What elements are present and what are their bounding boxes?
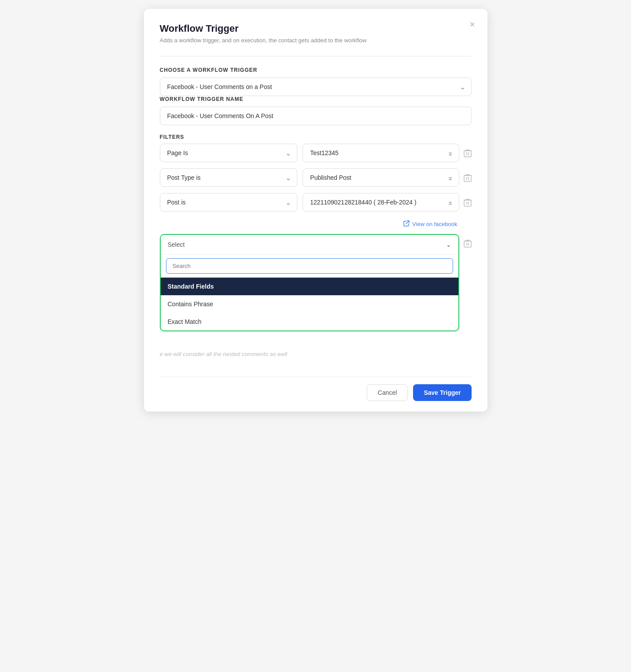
- cancel-button[interactable]: Cancel: [367, 384, 408, 401]
- view-on-facebook-container: View on facebook: [160, 218, 458, 228]
- modal-subtitle: Adds a workflow trigger, and on executio…: [160, 37, 472, 44]
- filter-post-type-value-wrapper: Published Post ⌅: [303, 168, 459, 187]
- filter-post-is-delete-button[interactable]: [464, 193, 472, 209]
- filter-post-is-value-select[interactable]: 122110902128218440 ( 28-Feb-2024 ): [303, 193, 459, 212]
- filter-post-is-select[interactable]: Post is: [160, 193, 298, 212]
- dropdown-option-standard-fields[interactable]: Standard Fields: [161, 278, 458, 295]
- view-on-facebook-link[interactable]: View on facebook: [403, 220, 457, 228]
- svg-rect-0: [464, 151, 471, 157]
- svg-rect-3: [464, 241, 471, 247]
- trigger-name-label: WORKFLOW TRIGGER NAME: [160, 96, 472, 102]
- select-dropdown-search-container: [161, 255, 458, 278]
- filter-page-left: Page Is ⌄: [160, 144, 298, 162]
- svg-rect-1: [464, 175, 471, 182]
- filter-row-select: Select ⌄ Standard Fields Contains Phrase…: [160, 234, 472, 338]
- filters-label: FILTERS: [160, 134, 472, 140]
- filter-row-post-type: Post Type is ⌄ Published Post ⌅: [160, 168, 472, 187]
- trigger-type-select[interactable]: Facebook - User Comments on a Post: [160, 78, 472, 96]
- trash-icon: [464, 239, 472, 248]
- dropdown-option-contains-phrase[interactable]: Contains Phrase: [161, 295, 458, 313]
- filter-post-is-left: Post is ⌄: [160, 193, 298, 212]
- trigger-type-select-wrapper: Facebook - User Comments on a Post ⌄: [160, 78, 472, 96]
- select-dropdown-header[interactable]: Select ⌄: [161, 235, 458, 255]
- filter-post-type-select[interactable]: Post Type is: [160, 168, 298, 187]
- select-dropdown-chevron-icon: ⌄: [446, 241, 451, 248]
- external-link-icon: [403, 220, 410, 228]
- filter-page-delete-button[interactable]: [464, 144, 472, 160]
- modal-title: Workflow Trigger: [160, 23, 472, 34]
- filter-select-delete-button[interactable]: [464, 234, 472, 250]
- nested-comments-note: e we will consider all the nested commen…: [160, 345, 472, 359]
- svg-rect-2: [464, 200, 471, 206]
- filter-post-type-left: Post Type is ⌄: [160, 168, 298, 187]
- filter-post-type-delete-button[interactable]: [464, 168, 472, 184]
- trigger-name-input[interactable]: [160, 107, 472, 125]
- select-placeholder: Select: [168, 241, 185, 248]
- view-on-facebook-label: View on facebook: [412, 221, 457, 227]
- filter-post-type-value-select[interactable]: Published Post: [303, 168, 459, 187]
- trash-icon: [464, 198, 472, 207]
- close-button[interactable]: ×: [470, 19, 475, 30]
- trash-icon: [464, 174, 472, 182]
- select-dropdown-section: Select ⌄ Standard Fields Contains Phrase…: [160, 234, 459, 331]
- filter-row-page: Page Is ⌄ Test12345 ⌅: [160, 144, 472, 162]
- trash-icon: [464, 149, 472, 158]
- dropdown-option-exact-match[interactable]: Exact Match: [161, 313, 458, 330]
- select-search-input[interactable]: [166, 258, 453, 274]
- filter-page-value-select[interactable]: Test12345: [303, 144, 459, 162]
- filter-page-type-select[interactable]: Page Is: [160, 144, 298, 162]
- workflow-trigger-modal: × Workflow Trigger Adds a workflow trigg…: [144, 9, 487, 412]
- filter-row-post-is: Post is ⌄ 122110902128218440 ( 28-Feb-20…: [160, 193, 472, 212]
- filter-page-value-wrapper: Test12345 ⌅: [303, 144, 459, 162]
- filter-post-is-value-wrapper: 122110902128218440 ( 28-Feb-2024 ) ⌅: [303, 193, 459, 212]
- choose-trigger-label: CHOOSE A WORKFLOW TRIGGER: [160, 67, 472, 73]
- modal-footer: Cancel Save Trigger: [160, 377, 472, 401]
- divider: [160, 56, 472, 56]
- save-trigger-button[interactable]: Save Trigger: [413, 384, 471, 401]
